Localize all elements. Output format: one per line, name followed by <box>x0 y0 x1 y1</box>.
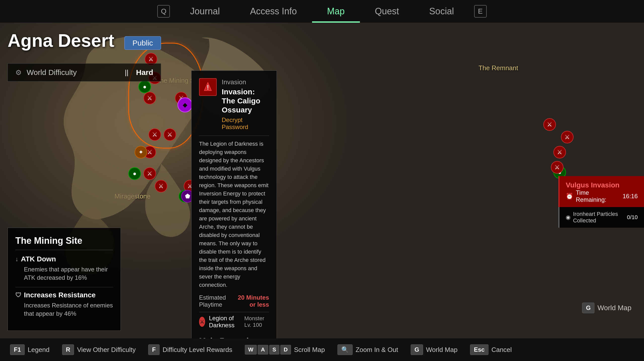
location-effect-1: ↓ ATK Down Enemies that appear have thei… <box>15 255 113 282</box>
vulgus-panel: Vulgus Invasion ⏰ Time Remaining: 16:16 … <box>558 176 644 228</box>
invasion-header: Invasion Invasion: The Caligo Ossuary De… <box>199 78 269 131</box>
cancel-action[interactable]: Esc Cancel <box>470 344 512 355</box>
effect-divider <box>15 287 113 287</box>
world-map-action-key: G <box>411 344 423 355</box>
nav-journal[interactable]: Journal <box>175 0 235 23</box>
nav-quest[interactable]: Quest <box>360 0 414 23</box>
map-marker-invasion-8[interactable]: ⚔ <box>143 167 156 180</box>
map-marker-right-4[interactable]: ⚔ <box>551 161 563 174</box>
enemy-info: ⚔ Legion of Darkness <box>199 315 241 329</box>
view-diff-label: View Other Difficulty <box>77 346 136 354</box>
vulgus-timer: ⏰ Time Remaining: 16:16 <box>566 189 638 203</box>
world-map-key: G <box>582 303 594 313</box>
world-map-button[interactable]: G World Map <box>582 303 631 313</box>
enemy-name: Legion of Darkness <box>209 315 240 329</box>
w-key: W <box>245 345 257 354</box>
effect-1-name: ↓ ATK Down <box>15 255 113 263</box>
world-map-label: World Map <box>597 304 631 312</box>
map-marker-green-2[interactable]: ● <box>128 167 141 180</box>
enemy-row: ⚔ Legion of Darkness Monster Lv. 100 <box>199 312 269 331</box>
location-effect-2: 🛡 Increases Resistance Increases Resista… <box>15 291 113 318</box>
invasion-icon <box>199 78 217 96</box>
zoom-icon: 🔍 <box>337 344 353 355</box>
map-marker-right-2[interactable]: ⚔ <box>553 146 566 158</box>
playtime-label: Estimated Playtime <box>199 294 234 308</box>
enemy-level: Monster Lv. 100 <box>244 315 269 328</box>
invasion-description: The Legion of Darkness is deploying weap… <box>199 140 269 289</box>
difficulty-box: ⚙ World Difficulty || Hard <box>8 63 161 82</box>
difficulty-rewards-action[interactable]: F Difficulty Level Rewards <box>148 344 232 355</box>
scroll-map-action: W A S D Scroll Map <box>245 345 325 354</box>
s-key: S <box>269 345 280 354</box>
vulgus-header: Vulgus Invasion ⏰ Time Remaining: 16:16 <box>558 176 644 207</box>
invasion-info: Invasion Invasion: The Caligo Ossuary De… <box>222 78 269 131</box>
difficulty-bars: || <box>125 68 129 76</box>
ironheart-label: ◉ Ironheart Particles Collected <box>566 211 627 224</box>
right-nav-key[interactable]: E <box>474 5 487 18</box>
invasion-panel: Invasion Invasion: The Caligo Ossuary De… <box>191 70 277 338</box>
playtime-row: Estimated Playtime 20 Minutes or less <box>199 294 269 308</box>
enemy-icon: ⚔ <box>199 317 205 327</box>
zoom-label: Zoom In & Out <box>356 346 398 354</box>
map-marker-right-1[interactable]: ⚔ <box>543 118 556 131</box>
zoom-action: 🔍 Zoom In & Out <box>337 344 398 355</box>
legend-key: F1 <box>10 344 25 355</box>
scroll-map-label: Scroll Map <box>294 346 325 354</box>
ironheart-count: 0/10 <box>627 214 638 221</box>
effect-2-name: 🛡 Increases Resistance <box>15 291 113 299</box>
view-difficulty-action[interactable]: R View Other Difficulty <box>62 344 136 355</box>
playtime-value: 20 Minutes or less <box>234 294 269 308</box>
map-marker-invasion-9[interactable]: ⚔ <box>155 180 167 192</box>
area-info-sidebar: Agna Desert Public ⚙ World Difficulty ||… <box>8 30 161 82</box>
effect-2-icon: 🛡 <box>15 292 21 299</box>
bottom-bar: F1 Legend R View Other Difficulty F Diff… <box>0 338 644 361</box>
map-marker-right-5[interactable]: ⚔ <box>561 131 574 143</box>
d-key: D <box>280 345 291 354</box>
diff-rewards-label: Difficulty Level Rewards <box>163 346 232 354</box>
cancel-key: Esc <box>470 344 488 355</box>
cancel-label: Cancel <box>491 346 512 354</box>
map-marker-invasion-5[interactable]: ⚔ <box>148 128 161 141</box>
main-reward-title: Main Reward <box>199 336 269 338</box>
svg-point-2 <box>207 89 208 90</box>
difficulty-label: World Difficulty <box>27 68 120 77</box>
difficulty-value: Hard <box>136 68 153 77</box>
nav-access-info[interactable]: Access Info <box>235 0 312 23</box>
map-area[interactable]: ⚔ ⚔ ● ⚔ ⚔ ◆ ⚔ ⚔ ⚔ ✦ ⚔ ● ⚔ ⚔ ● ⬟ ⚔ ⚔ ● ⚔ … <box>0 23 644 338</box>
vulgus-title: Vulgus Invasion <box>566 181 638 189</box>
nav-social[interactable]: Social <box>414 0 469 23</box>
effect-2-desc: Increases Resistance of enemies that app… <box>15 301 113 318</box>
wasd-group: W A S D <box>245 345 291 354</box>
ironheart-icon: ◉ <box>566 214 571 221</box>
map-marker-invasion-4[interactable]: ⚔ <box>143 92 156 104</box>
nav-map[interactable]: Map <box>312 0 360 23</box>
area-name: Agna Desert <box>8 30 114 51</box>
effect-1-desc: Enemies that appear have their ATK decre… <box>15 265 113 282</box>
diff-rewards-key: F <box>148 344 160 355</box>
effect-1-icon: ↓ <box>15 256 18 263</box>
legend-action[interactable]: F1 Legend <box>10 344 50 355</box>
map-marker-green-1[interactable]: ● <box>138 81 151 93</box>
location-panel: The Mining Site ↓ ATK Down Enemies that … <box>8 228 121 331</box>
invasion-name: Invasion: The Caligo Ossuary <box>222 87 269 114</box>
legend-label: Legend <box>28 346 50 354</box>
top-navigation: Q Journal Access Info Map Quest Social E <box>0 0 644 23</box>
invasion-subtitle: Decrypt Password <box>222 116 269 131</box>
timer-icon: ⏰ <box>566 193 573 200</box>
difficulty-icon: ⚙ <box>15 68 22 77</box>
map-marker-selected[interactable]: ◆ <box>177 97 193 112</box>
world-map-action-label: World Map <box>426 346 458 354</box>
world-map-action[interactable]: G World Map <box>411 344 458 355</box>
ironheart-row: ◉ Ironheart Particles Collected 0/10 <box>558 207 644 228</box>
a-key: A <box>258 345 268 354</box>
invasion-divider-1 <box>199 136 269 136</box>
map-marker-orange-1[interactable]: ✦ <box>135 146 147 158</box>
view-diff-key: R <box>62 344 74 355</box>
location-title: The Mining Site <box>15 235 113 250</box>
map-marker-invasion-6[interactable]: ⚔ <box>164 128 176 141</box>
left-nav-key[interactable]: Q <box>157 5 170 18</box>
invasion-type: Invasion <box>222 78 269 86</box>
public-badge: Public <box>124 36 161 50</box>
